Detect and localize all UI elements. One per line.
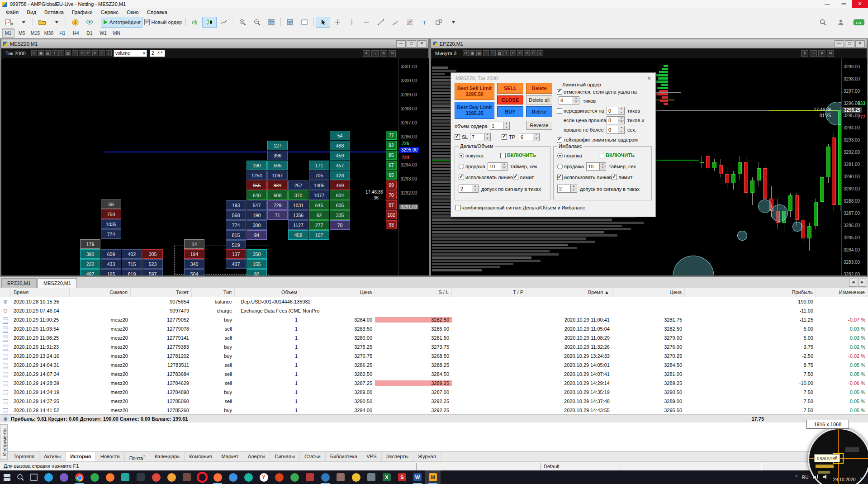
timeframe-m5[interactable]: M5 [15, 28, 28, 38]
chart-panel-button[interactable]: f [72, 50, 78, 56]
minimize-button[interactable]: — [819, 0, 835, 8]
chart-panel-button[interactable]: ⊙ [510, 50, 516, 56]
chart-panel-button[interactable]: C [531, 50, 536, 56]
taskbar-app-icon[interactable] [87, 470, 102, 484]
tp-spinner[interactable]: 6▲▼ [519, 133, 540, 141]
delete-all-button[interactable]: Delete all [526, 95, 552, 104]
volume-icon[interactable] [823, 475, 828, 480]
chart-panel-button[interactable]: ▨ [497, 50, 503, 56]
menu-item[interactable]: Файл [2, 9, 23, 15]
tab-scroll-left-icon[interactable]: ◀ [849, 279, 857, 287]
taskbar-clock[interactable]: 29.10.2020 [833, 472, 855, 482]
channel-tool[interactable] [388, 17, 403, 28]
chart-panel-button[interactable]: ▨ [65, 50, 71, 56]
tp-checkbox[interactable] [502, 134, 507, 140]
chart-panel-button[interactable]: R [92, 50, 98, 56]
window-list-button[interactable] [297, 17, 312, 28]
history-row[interactable]: ⊖2020.10.29 07:46:049097479charge-11.00E… [0, 306, 868, 315]
history-header-cell[interactable]: Объем [235, 288, 300, 297]
menu-item[interactable]: Справка [143, 9, 171, 15]
combined-signal-checkbox[interactable] [455, 205, 461, 210]
taskbar-app-icon[interactable] [225, 470, 241, 484]
connection-badge[interactable]: LVL [852, 17, 866, 28]
delta-use-line-checkbox[interactable] [459, 175, 464, 180]
chart-panel-button[interactable]: f [503, 50, 509, 56]
taskbar-app-icon[interactable] [133, 470, 148, 484]
chart-corner-button[interactable]: ✕ [380, 50, 387, 57]
delta-enable-checkbox[interactable] [500, 153, 506, 158]
toolbox-tab-item[interactable]: Журнал [413, 452, 441, 461]
cursor-tool[interactable] [316, 17, 330, 28]
taskbar-app-icon[interactable] [148, 470, 164, 484]
timeframe-w1[interactable]: W1 [97, 28, 109, 38]
imbalance-timer-spinner[interactable]: 10▲▼ [586, 162, 606, 171]
status-profile[interactable]: Default [541, 463, 619, 470]
history-header-cell[interactable]: Время ▲ [526, 288, 612, 297]
tab-scroll-right-icon[interactable]: ▶ [858, 279, 866, 287]
shapes-tool[interactable] [432, 17, 446, 28]
taskbar-app-icon[interactable] [210, 470, 225, 484]
close-button[interactable]: ✕ [852, 0, 868, 8]
cancel-ticks-spinner[interactable]: 6▲▼ [559, 96, 579, 104]
chart-panel-button[interactable]: ( [537, 50, 543, 56]
dialog-close-icon[interactable]: ✕ [645, 75, 653, 82]
best-sell-limit-button[interactable]: Best Sell Limit3295.50 [455, 83, 494, 100]
chart-panel-button[interactable]: ▤ [476, 50, 482, 56]
history-header-cell[interactable]: Цена [300, 288, 375, 297]
tile-windows-button[interactable] [283, 17, 297, 28]
history-header-cell[interactable]: S / L [375, 288, 452, 297]
move-ticks-spinner[interactable]: 0▲▼ [607, 107, 625, 115]
toolbox-tab-item[interactable]: Компания [185, 452, 217, 461]
account-button[interactable] [834, 17, 848, 28]
close-position-button[interactable]: CLOSE [497, 95, 523, 104]
delta-buy-radio[interactable] [459, 153, 464, 158]
price-scale[interactable]: 3301.003300.003299.003298.003297.003296.… [398, 58, 429, 275]
chart-minimize-button[interactable]: — [396, 40, 406, 47]
history-row[interactable]: 2020.10.29 11:03:54mesz2012779078sell132… [0, 324, 868, 333]
imbalance-tolerance-spinner[interactable]: 2▲▼ [557, 185, 577, 193]
vline-tool[interactable] [345, 17, 359, 28]
cluster-chart[interactable]: 5448845912739659519012549556401097831608… [2, 58, 398, 275]
menu-item[interactable]: Графики [68, 9, 97, 15]
buy-button[interactable]: BUY [497, 106, 523, 117]
taskbar-app-icon[interactable] [118, 470, 133, 484]
taskbar-app-icon[interactable] [179, 470, 194, 484]
toolbox-tab-item[interactable]: Активы [39, 452, 66, 461]
new-order-button[interactable]: Новый ордер [142, 17, 184, 28]
trendline-tool[interactable] [374, 17, 388, 28]
chart-panel-button[interactable]: / [58, 50, 64, 56]
taskbar-app-icon[interactable] [241, 470, 256, 484]
history-header-cell[interactable]: Прибыль [685, 288, 816, 297]
delete-buy-button[interactable]: Delete [526, 106, 552, 117]
move-checkbox[interactable] [557, 108, 562, 114]
taskbar-search-icon[interactable] [14, 470, 27, 484]
text-tool[interactable]: T [417, 17, 432, 28]
history-row[interactable]: 2020.10.29 14:41:52mesz2012785260buy1329… [0, 406, 868, 415]
taskbar-app-icon[interactable] [164, 470, 179, 484]
elapsed-sec-spinner[interactable]: 0▲▼ [607, 126, 625, 134]
chart-window-titlebar[interactable]: EPZ20,M1 — □ ✕ [431, 39, 867, 48]
chart-maximize-button[interactable]: □ [407, 40, 416, 47]
history-row[interactable]: 2020.10.29 13:24:16mesz2012781202buy1327… [0, 351, 868, 361]
chart-corner-button[interactable]: ✕ [818, 50, 825, 57]
delta-tolerance-spinner[interactable]: 2▲▼ [459, 185, 479, 193]
taskbar-app-icon[interactable]: Y [256, 470, 271, 484]
chart-panel-button[interactable]: C [99, 50, 105, 56]
network-icon[interactable] [813, 475, 818, 480]
tp-limit-checkbox[interactable] [557, 137, 562, 142]
chart-panel-button[interactable]: H [463, 50, 469, 56]
taskbar-app-icon[interactable] [287, 470, 302, 484]
chart-corner-button[interactable]: M [389, 50, 396, 57]
price-scale[interactable]: 3299.003298.003297.003296.003295.003294.… [841, 58, 867, 275]
taskbar-app-icon[interactable] [364, 470, 379, 484]
cluster-size-spinner[interactable]: 2▲▼ [150, 50, 165, 57]
taskbar-app-icon[interactable] [56, 470, 71, 484]
chart-panel-button[interactable]: ⊙ [79, 50, 85, 56]
menu-item[interactable]: Сервис [97, 9, 123, 15]
history-header-cell[interactable]: Время [11, 288, 70, 297]
sl-checkbox[interactable] [455, 134, 460, 140]
taskbar-app-icon[interactable] [302, 470, 318, 484]
history-row[interactable]: 2020.10.29 11:08:25mesz2012779141sell132… [0, 333, 868, 342]
history-row[interactable]: ⊕2020.10.28 10:15:359075654balance190.00… [0, 297, 868, 306]
timeframe-d1[interactable]: D1 [83, 28, 96, 38]
